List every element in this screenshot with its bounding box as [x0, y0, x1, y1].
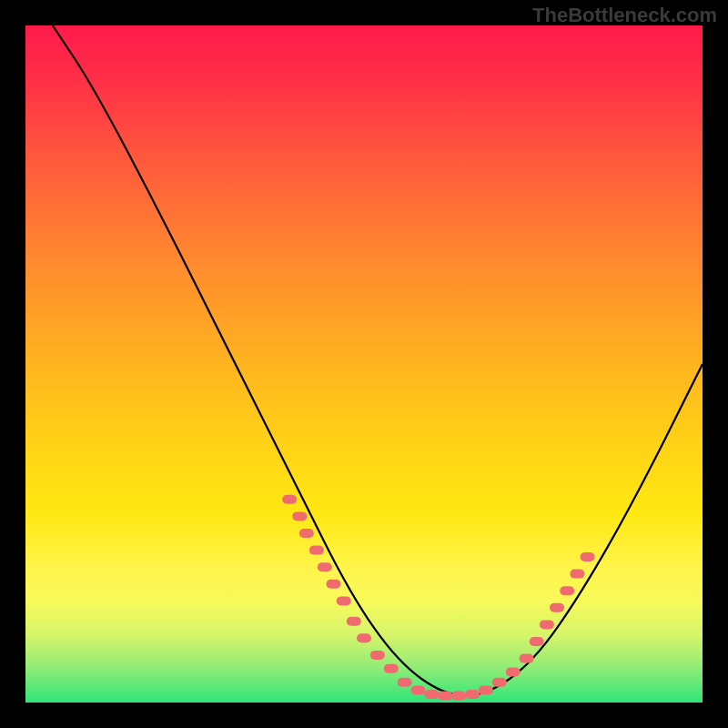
data-marker — [337, 596, 351, 605]
data-marker — [282, 495, 297, 504]
data-marker — [370, 651, 385, 660]
plot-area — [25, 25, 703, 703]
data-marker — [479, 686, 493, 695]
chart-container: TheBottleneck.com — [0, 0, 728, 728]
data-marker — [520, 654, 534, 663]
data-marker — [327, 580, 341, 589]
watermark-text: TheBottleneck.com — [532, 4, 717, 27]
data-marker — [309, 546, 324, 555]
data-marker — [540, 620, 554, 629]
data-marker — [398, 678, 412, 687]
data-marker — [530, 637, 544, 646]
data-marker — [424, 690, 439, 699]
bottleneck-curve — [53, 25, 703, 696]
data-marker — [347, 617, 361, 626]
data-marker — [318, 562, 332, 571]
data-marker — [292, 511, 307, 521]
data-marker — [581, 552, 595, 561]
data-marker — [357, 633, 371, 642]
data-marker — [438, 692, 452, 701]
data-marker — [411, 686, 426, 695]
data-marker — [492, 678, 507, 687]
data-marker — [550, 603, 564, 612]
data-marker — [506, 668, 521, 677]
data-marker — [560, 586, 574, 595]
marker-group — [282, 495, 594, 701]
data-marker — [465, 690, 480, 699]
data-marker — [570, 570, 584, 579]
chart-svg — [25, 25, 703, 703]
data-marker — [384, 664, 399, 673]
data-marker — [451, 692, 466, 701]
data-marker — [299, 529, 314, 538]
